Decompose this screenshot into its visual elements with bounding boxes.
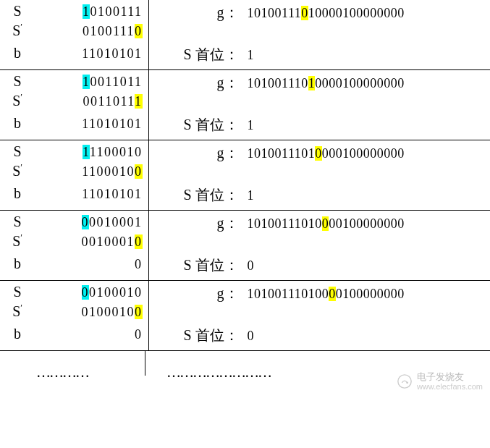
g-value: 10100111010000100000000: [243, 76, 484, 91]
S-label: S: [3, 3, 32, 20]
b-line: b 11010101: [3, 45, 143, 67]
S-value: 10011011: [32, 75, 143, 90]
g-label: g：: [152, 143, 243, 163]
Sfirst-label: S 首位：: [152, 185, 243, 205]
g-label: g：: [152, 73, 243, 93]
right-cell: g： 10100111010000100000000 S 首位： 0: [149, 281, 490, 350]
S-label: S: [3, 143, 32, 160]
b-value: 0: [32, 257, 143, 272]
left-cell: S 00010001 S′ 00100010 b 0: [0, 211, 149, 280]
footer: ………… …………………… 电子发烧友 www.elecfans.com: [0, 351, 490, 394]
Sfirst-value: 0: [243, 258, 484, 274]
right-cell: g： 10100111010000100000000 S 首位： 1: [149, 70, 490, 140]
g-value: 10100111010000100000000: [243, 216, 484, 232]
S-line: S 00100010: [3, 284, 143, 303]
S-value: 00010001: [32, 215, 143, 230]
Sprime-label: S′: [3, 22, 32, 39]
Sprime-value: 00110111: [32, 94, 143, 109]
Sprime-label: S′: [3, 92, 32, 109]
S-label: S: [3, 284, 32, 300]
ellipsis-left: …………: [36, 364, 88, 381]
g-label: g：: [152, 3, 243, 22]
S-value: 11100010: [32, 145, 143, 160]
S-value: 10100111: [32, 4, 143, 20]
Sfirst-label: S 首位：: [152, 326, 243, 345]
left-cell: S 10011011 S′ 00110111 b 11010101: [0, 70, 149, 140]
Sprime-label: S′: [3, 232, 32, 250]
b-label: b: [3, 185, 32, 202]
Sprime-line: S′ 11000100: [3, 162, 143, 181]
watermark-url: www.elecfans.com: [417, 382, 483, 391]
Sfirst-line: S 首位： 1: [152, 185, 484, 207]
left-cell: S 11100010 S′ 11000100 b 11010101: [0, 140, 149, 210]
Sprime-value: 00100010: [32, 234, 143, 250]
S-line: S 11100010: [3, 143, 143, 162]
Sfirst-value: 1: [243, 118, 484, 133]
b-line: b 11010101: [3, 115, 143, 137]
Sfirst-value: 1: [243, 188, 484, 203]
right-cell: g： 10100111010000100000000 S 首位： 0: [149, 211, 490, 280]
b-value: 11010101: [32, 117, 143, 132]
Sprime-label: S′: [3, 162, 32, 179]
S-value: 00100010: [32, 285, 143, 300]
right-cell: g： 10100111010000100000000 S 首位： 1: [149, 140, 490, 210]
vertical-divider: [145, 351, 145, 376]
g-value: 10100111010000100000000: [243, 287, 484, 302]
ellipsis-right: ……………………: [166, 364, 271, 381]
g-line: g： 10100111010000100000000: [152, 284, 484, 303]
right-cell: g： 10100111010000100000000 S 首位： 1: [149, 0, 490, 69]
Sprime-value: 01000100: [32, 305, 143, 320]
S-label: S: [3, 214, 32, 230]
Sprime-label: S′: [3, 303, 32, 320]
Sprime-value: 11000100: [32, 164, 143, 179]
S-line: S 10011011: [3, 73, 143, 92]
Sfirst-value: 0: [243, 329, 484, 344]
table-row: S 10011011 S′ 00110111 b 11010101 g： 101…: [0, 70, 490, 140]
g-label: g：: [152, 284, 243, 303]
spacer: [152, 162, 484, 181]
watermark-text: 电子发烧友: [417, 372, 483, 382]
Sfirst-line: S 首位： 1: [152, 115, 484, 137]
S-line: S 10100111: [3, 3, 143, 22]
logo-icon: [397, 373, 413, 389]
computation-table: S 10100111 S′ 01001110 b 11010101 g： 101…: [0, 0, 490, 351]
b-value: 11010101: [32, 187, 143, 202]
table-row: S 10100111 S′ 01001110 b 11010101 g： 101…: [0, 0, 490, 70]
Sfirst-label: S 首位：: [152, 255, 243, 275]
b-line: b 0: [3, 255, 143, 277]
Sfirst-line: S 首位： 0: [152, 255, 484, 277]
spacer: [152, 303, 484, 321]
g-line: g： 10100111010000100000000: [152, 214, 484, 232]
S-line: S 00010001: [3, 214, 143, 232]
watermark: 电子发烧友 www.elecfans.com: [397, 372, 483, 391]
S-label: S: [3, 73, 32, 90]
b-label: b: [3, 115, 32, 132]
b-label: b: [3, 326, 32, 342]
b-label: b: [3, 255, 32, 272]
Sprime-line: S′ 01001110: [3, 22, 143, 41]
Sprime-line: S′ 00100010: [3, 232, 143, 251]
b-label: b: [3, 45, 32, 62]
g-value: 10100111010000100000000: [243, 146, 484, 161]
Sfirst-label: S 首位：: [152, 45, 243, 64]
svg-point-0: [398, 375, 411, 388]
b-line: b 0: [3, 326, 143, 347]
g-line: g： 10100111010000100000000: [152, 143, 484, 162]
Sfirst-line: S 首位： 0: [152, 326, 484, 347]
b-line: b 11010101: [3, 185, 143, 207]
g-value: 10100111010000100000000: [243, 6, 484, 21]
Sprime-line: S′ 01000100: [3, 303, 143, 321]
spacer: [152, 232, 484, 251]
spacer: [152, 22, 484, 41]
table-row: S 00100010 S′ 01000100 b 0 g： 1010011101…: [0, 281, 490, 351]
table-row: S 11100010 S′ 11000100 b 11010101 g： 101…: [0, 140, 490, 211]
Sfirst-line: S 首位： 1: [152, 45, 484, 67]
left-cell: S 10100111 S′ 01001110 b 11010101: [0, 0, 149, 69]
svg-point-1: [406, 381, 408, 384]
b-value: 11010101: [32, 46, 143, 62]
Sprime-value: 01001110: [32, 24, 143, 39]
Sfirst-value: 1: [243, 48, 484, 63]
g-line: g： 10100111010000100000000: [152, 73, 484, 92]
table-row: S 00010001 S′ 00100010 b 0 g： 1010011101…: [0, 211, 490, 281]
Sprime-line: S′ 00110111: [3, 92, 143, 111]
